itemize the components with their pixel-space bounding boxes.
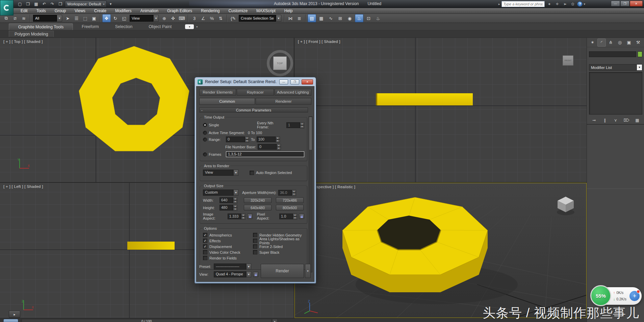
menu-item[interactable]: Modifiers <box>111 8 136 14</box>
select-and-move-icon[interactable]: ✥ <box>102 14 111 22</box>
utilities-tab-icon[interactable]: ⚒ <box>634 39 642 47</box>
show-end-result-icon[interactable]: ∥ <box>601 117 609 124</box>
scene-explorer-icon[interactable]: ▦ <box>317 14 326 22</box>
save-file-icon[interactable]: ▦ <box>32 1 40 7</box>
output-size-dropdown[interactable]: Custom▼ <box>203 190 238 196</box>
option-checkbox[interactable]: Render to Fields <box>203 255 253 261</box>
pixel-aspect-lock-icon[interactable] <box>299 214 304 219</box>
remove-modifier-icon[interactable]: ⌦ <box>623 117 630 124</box>
preset-dropdown[interactable]: -------------------▼ <box>214 264 251 270</box>
reference-coordinate-dropdown[interactable]: View▼ <box>130 15 159 22</box>
range-from-spinner[interactable]: 0▲▼ <box>226 137 249 142</box>
viewport-lock-icon[interactable] <box>253 272 258 277</box>
ribbon-tab[interactable]: Selection <box>108 23 140 30</box>
rollout-header[interactable]: - Common Parameters <box>199 107 308 113</box>
active-time-segment-radio[interactable] <box>203 131 207 135</box>
next-frame-button[interactable]: ▸ <box>272 319 278 322</box>
create-tab-icon[interactable]: ✶ <box>588 39 597 47</box>
viewport-perspective-label[interactable]: spective ] [ Realistic ] <box>316 185 355 189</box>
search-icon[interactable]: ⌖ <box>546 1 553 7</box>
angle-snap-icon[interactable]: ∠ <box>199 14 207 22</box>
size-preset-720x486-button[interactable]: 720x486 <box>276 197 304 203</box>
spinner-snap-icon[interactable]: ⇅ <box>216 14 225 22</box>
minimize-button[interactable]: — <box>611 1 620 6</box>
select-object-icon[interactable]: ➤ <box>63 14 72 22</box>
selection-filter-dropdown[interactable]: All▼ <box>33 15 62 22</box>
menu-item[interactable]: Animation <box>136 8 163 14</box>
undo-icon[interactable]: ↶ <box>41 1 48 7</box>
menu-item[interactable]: Customize <box>224 8 252 14</box>
align-icon[interactable]: ≣ <box>295 14 304 22</box>
frames-input[interactable]: 1,3,5-12 <box>226 151 304 157</box>
ribbon-tab[interactable]: Freeform <box>74 23 106 30</box>
new-file-icon[interactable]: ▢ <box>16 1 24 7</box>
redo-icon[interactable]: ↷ <box>49 1 56 7</box>
ribbon-display-options-button[interactable]: ▾ <box>185 24 194 29</box>
infocenter-collapse-icon[interactable]: ▸ <box>498 2 500 6</box>
use-pivot-point-icon[interactable]: ⊕ <box>160 14 169 22</box>
hierarchy-tab-icon[interactable]: ⋔ <box>607 39 615 47</box>
dialog-close-button[interactable]: ✕ <box>302 79 313 84</box>
size-preset-640x480-button[interactable]: 640x480 <box>244 205 272 210</box>
file-number-base-spinner[interactable]: 0▲▼ <box>258 144 281 150</box>
select-and-rotate-icon[interactable]: ↻ <box>111 14 120 22</box>
select-and-scale-icon[interactable]: ◱ <box>120 14 128 22</box>
named-selection-set-dropdown[interactable]: Create Selection Se▼ <box>239 15 281 22</box>
polygon-modeling-panel-tab[interactable]: Polygon Modeling <box>9 31 54 37</box>
window-crossing-icon[interactable]: ▣ <box>90 14 98 22</box>
open-file-icon[interactable]: ❒ <box>24 1 32 7</box>
option-checkbox[interactable]: Displacement <box>203 244 253 249</box>
chevron-down-icon[interactable]: ▾ <box>584 2 585 6</box>
download-overlay-widget[interactable]: 55% ↑0K/s ↓0.2K/s + <box>592 287 642 305</box>
menu-item[interactable]: Tools <box>32 8 50 14</box>
search-input[interactable] <box>501 1 545 7</box>
option-checkbox[interactable]: Atmospherics <box>203 232 253 238</box>
mirror-icon[interactable]: ⋈ <box>286 14 295 22</box>
subscription-center-icon[interactable]: ✧ <box>553 1 561 7</box>
menu-item[interactable]: Views <box>70 8 90 14</box>
dialog-scrollbar[interactable] <box>309 116 312 272</box>
render-setup-icon[interactable]: ♨ <box>355 14 363 22</box>
option-checkbox[interactable]: Area Lights/Shadows as Points <box>253 238 304 244</box>
display-tab-icon[interactable]: ▣ <box>625 39 633 47</box>
rendered-frame-icon[interactable]: ⊡ <box>364 14 373 22</box>
material-editor-icon[interactable]: ◉ <box>345 14 354 22</box>
scrollbar-thumb[interactable] <box>309 117 312 150</box>
pin-stack-icon[interactable]: ⊸ <box>590 117 598 124</box>
configure-modifier-sets-icon[interactable]: ▦ <box>634 117 641 124</box>
range-radio[interactable] <box>203 138 207 142</box>
ribbon-tab[interactable]: Graphite Modeling Tools <box>9 23 73 30</box>
viewport-front-label[interactable]: [ + ] [ Front ] [ Shaded ] <box>298 40 340 44</box>
viewport-perspective[interactable]: spective ] [ Realistic ] Z <box>294 183 587 318</box>
aperture-width-spinner[interactable]: 36.0▲▼ <box>278 190 296 196</box>
viewport-front[interactable]: [ + ] [ Front ] [ Shaded ] FRONT <box>294 38 587 182</box>
dialog-tab[interactable]: Render Elements <box>199 89 236 96</box>
curve-editor-icon[interactable]: ∿ <box>327 14 335 22</box>
frames-radio[interactable] <box>203 152 207 156</box>
width-spinner[interactable]: 640▲▼ <box>220 197 237 203</box>
viewport-left-label[interactable]: [ + ] [ Left ] [ Shaded ] <box>3 184 43 189</box>
keyboard-override-icon[interactable]: ⌨ <box>178 14 186 22</box>
select-by-name-icon[interactable]: ☰ <box>72 14 81 22</box>
image-aspect-lock-icon[interactable] <box>247 214 253 219</box>
auto-region-checkbox[interactable]: Auto Region Selected <box>250 170 292 176</box>
menu-item[interactable]: Edit <box>16 8 32 14</box>
application-menu-button[interactable] <box>0 0 14 16</box>
view-dropdown[interactable]: Quad 4 - Perspe▼ <box>214 271 251 277</box>
option-checkbox[interactable]: Super Black <box>253 249 304 255</box>
communication-center-icon[interactable]: ➢ <box>561 1 568 7</box>
size-preset-800x600-button[interactable]: 800x600 <box>276 205 304 210</box>
menu-item[interactable]: Graph Editors <box>163 8 197 14</box>
schematic-view-icon[interactable]: ⊞ <box>336 14 344 22</box>
dialog-maximize-button[interactable]: ❐ <box>290 79 299 84</box>
percent-snap-icon[interactable]: % <box>208 14 216 22</box>
time-slider-thumb[interactable] <box>3 319 18 322</box>
snaps-toggle-icon[interactable]: 3 <box>190 14 199 22</box>
favorites-icon[interactable]: ✩ <box>569 1 576 7</box>
select-and-manipulate-icon[interactable]: ✜ <box>169 14 177 22</box>
help-icon[interactable]: ? <box>577 1 583 7</box>
render-production-icon[interactable]: ♨ <box>374 14 382 22</box>
option-checkbox[interactable]: Effects <box>203 238 253 244</box>
toolbar-expand-icon[interactable]: ▼ <box>107 2 114 6</box>
rectangular-selection-icon[interactable]: ⬚ <box>81 14 89 22</box>
